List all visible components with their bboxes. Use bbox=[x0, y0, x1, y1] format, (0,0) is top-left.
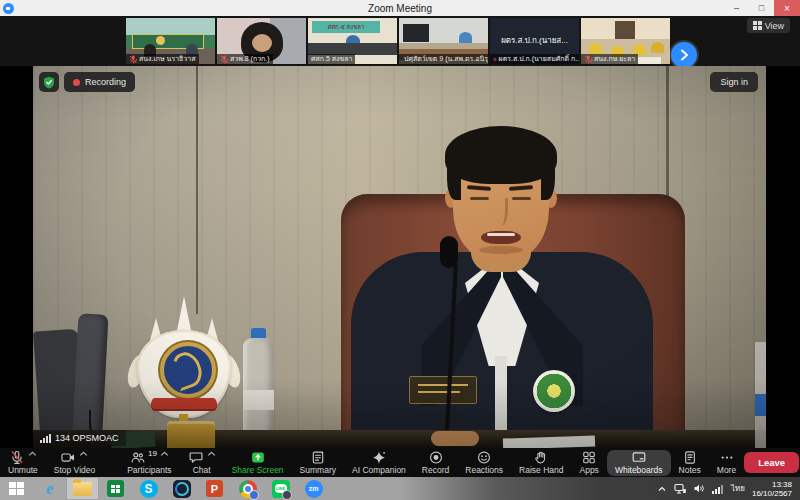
taskbar-file-explorer[interactable] bbox=[66, 477, 99, 500]
recording-indicator[interactable]: Recording bbox=[64, 72, 135, 92]
participant-video-3[interactable]: ศสก.๕ สงขลา ศสก.5 สงขลา bbox=[308, 18, 397, 64]
share-screen-icon bbox=[250, 450, 266, 465]
chevron-up-icon[interactable] bbox=[79, 451, 88, 457]
participants-count-badge: 19 bbox=[148, 449, 157, 458]
participant-video-4[interactable]: ปศุสัตว์เขต 9 (น.สพ.ดร.อนิรุ... bbox=[399, 18, 488, 64]
view-button[interactable]: View bbox=[747, 18, 790, 33]
summary-button[interactable]: Summary bbox=[292, 448, 344, 477]
participant-video-1[interactable]: สนง.เกษ นราธิวาส bbox=[126, 18, 215, 64]
record-button[interactable]: Record bbox=[414, 448, 457, 477]
room-door bbox=[615, 21, 635, 39]
active-speaker-video[interactable]: Recording Sign in 134 OPSMOAC bbox=[33, 66, 766, 448]
taskbar-clock[interactable]: 13:38 16/10/2567 bbox=[752, 480, 792, 498]
taskbar-powerpoint[interactable]: P bbox=[198, 477, 231, 500]
store-icon bbox=[107, 480, 124, 497]
tray-expand-icon[interactable] bbox=[657, 485, 667, 493]
share-screen-button[interactable]: Share Screen bbox=[224, 448, 292, 477]
ministry-logo-badge bbox=[533, 370, 575, 412]
internet-explorer-icon: e bbox=[46, 481, 53, 497]
teeth bbox=[487, 233, 515, 236]
participant-video-2[interactable]: สวพ.8 (กวก.) bbox=[217, 18, 306, 64]
reactions-icon bbox=[476, 450, 492, 465]
papers bbox=[503, 435, 595, 448]
participant-name-label: สนง.กษ.ยะลา bbox=[581, 54, 638, 64]
bottle-label bbox=[243, 390, 274, 410]
summary-icon bbox=[310, 450, 326, 465]
notes-button[interactable]: Notes bbox=[671, 448, 709, 477]
summary-label: Summary bbox=[300, 465, 336, 475]
chevron-up-icon[interactable] bbox=[207, 451, 216, 457]
room-sign: ศสก.๕ สงขลา bbox=[312, 21, 380, 33]
unmute-label: Unmute bbox=[8, 465, 38, 475]
sign-in-label: Sign in bbox=[720, 77, 748, 87]
participant-filmstrip: สนง.เกษ นราธิวาส สวพ.8 (กวก.) ศสก.๕ สงขล… bbox=[0, 16, 800, 66]
participant-video-5[interactable]: ผตร.ส.ป.ก.(นายส... ผตร.ส.ป.ก.(นายสมศักดิ… bbox=[490, 18, 579, 64]
chevron-up-icon[interactable] bbox=[160, 451, 169, 457]
ai-companion-button[interactable]: AI Companion bbox=[344, 448, 414, 477]
muted-mic-icon bbox=[493, 55, 497, 64]
security-shield-icon bbox=[43, 76, 55, 89]
monitor-back bbox=[35, 314, 115, 448]
volume-icon[interactable] bbox=[693, 483, 705, 494]
reactions-button[interactable]: Reactions bbox=[457, 448, 511, 477]
apps-label: Apps bbox=[580, 465, 599, 475]
grid-view-icon bbox=[753, 21, 762, 30]
taskbar-chrome[interactable] bbox=[231, 477, 264, 500]
raise-hand-icon bbox=[533, 450, 549, 465]
water-bottle bbox=[755, 342, 766, 448]
participant-video-6[interactable]: สนง.กษ.ยะลา bbox=[581, 18, 670, 64]
unmute-button[interactable]: Unmute bbox=[0, 448, 46, 477]
signal-bars-icon[interactable] bbox=[712, 484, 724, 494]
clock-date: 16/10/2567 bbox=[752, 489, 792, 498]
banner-emblem bbox=[156, 36, 165, 45]
more-label: More bbox=[717, 465, 736, 475]
next-participants-button[interactable] bbox=[671, 42, 697, 68]
network-icon[interactable] bbox=[674, 483, 686, 494]
raise-hand-button[interactable]: Raise Hand bbox=[511, 448, 571, 477]
start-button[interactable] bbox=[0, 477, 33, 500]
speaker-nameplate: 134 OPSMOAC bbox=[33, 430, 126, 446]
taskbar-store[interactable] bbox=[99, 477, 132, 500]
meeting-toolbar: Unmute Stop Video 19 Participants Chat S… bbox=[0, 448, 800, 477]
more-button[interactable]: More bbox=[709, 448, 744, 477]
reactions-label: Reactions bbox=[465, 465, 503, 475]
room-tv bbox=[403, 24, 429, 42]
speaker-hand bbox=[431, 431, 479, 446]
participant-figure bbox=[651, 42, 664, 53]
clock-time: 13:38 bbox=[752, 480, 792, 489]
name-tag bbox=[409, 376, 477, 404]
taskbar-zoom[interactable]: zm bbox=[297, 477, 330, 500]
whiteboards-button[interactable]: Whiteboards bbox=[607, 450, 671, 476]
record-label: Record bbox=[422, 465, 449, 475]
participants-label: Participants bbox=[127, 465, 171, 475]
language-indicator[interactable]: ไทย bbox=[731, 482, 745, 495]
video-camera-icon bbox=[60, 450, 76, 465]
meeting-security-indicator[interactable] bbox=[39, 72, 59, 92]
stop-video-button[interactable]: Stop Video bbox=[46, 448, 103, 477]
taskbar-skype[interactable]: S bbox=[132, 477, 165, 500]
taskbar-webex[interactable] bbox=[165, 477, 198, 500]
sign-in-button[interactable]: Sign in bbox=[710, 72, 758, 92]
view-button-label: View bbox=[765, 21, 784, 31]
leave-button[interactable]: Leave bbox=[744, 452, 799, 473]
ai-companion-label: AI Companion bbox=[352, 465, 406, 475]
participant-figure bbox=[459, 32, 472, 43]
participant-display-name: ผตร.ส.ป.ก.(นายส... bbox=[492, 34, 577, 47]
apps-button[interactable]: Apps bbox=[572, 448, 607, 477]
recording-dot-icon bbox=[73, 79, 80, 86]
participants-button[interactable]: 19 Participants bbox=[119, 448, 179, 477]
chat-button[interactable]: Chat bbox=[180, 448, 224, 477]
apps-icon bbox=[581, 450, 597, 465]
chrome-profile-badge bbox=[249, 490, 259, 500]
wall-seam bbox=[196, 66, 198, 314]
taskbar-line[interactable]: LINE bbox=[264, 477, 297, 500]
file-explorer-icon bbox=[73, 482, 92, 496]
mic-muted-icon bbox=[9, 450, 25, 465]
speaker-name: 134 OPSMOAC bbox=[55, 433, 119, 443]
windows-logo-icon bbox=[9, 482, 24, 496]
chevron-up-icon[interactable] bbox=[28, 451, 37, 457]
taskbar-internet-explorer[interactable]: e bbox=[33, 477, 66, 500]
stop-video-label: Stop Video bbox=[54, 465, 95, 475]
skype-icon: S bbox=[140, 480, 158, 498]
chin-shadow bbox=[479, 246, 523, 254]
